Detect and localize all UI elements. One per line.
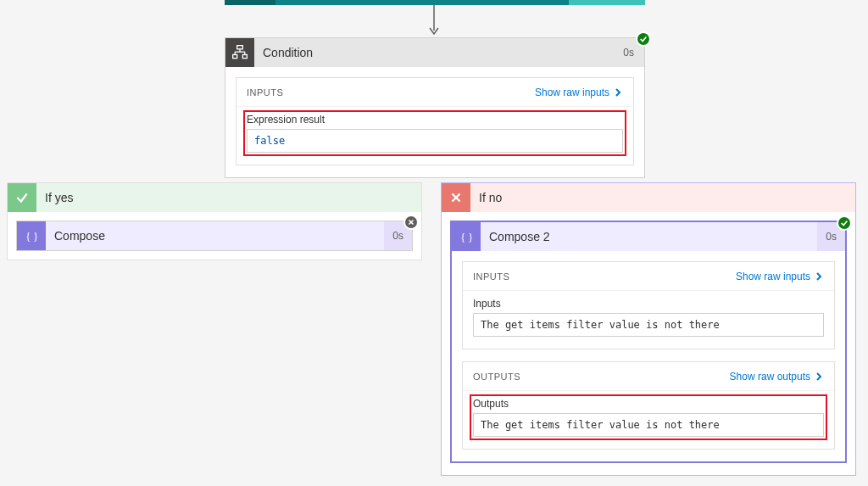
compose2-inputs-header: INPUTS Show raw inputs [463,262,834,291]
svg-rect-6 [233,55,237,59]
compose2-outputs-header: OUTPUTS Show raw outputs [463,362,834,391]
show-raw-outputs-link[interactable]: Show raw outputs [730,371,824,383]
progress-segment [225,0,275,5]
condition-header[interactable]: Condition 0s [225,38,644,67]
show-raw-outputs-text: Show raw outputs [730,371,810,383]
progress-segment [569,0,645,5]
inputs-label: INPUTS [473,271,509,282]
expression-result-value: false [247,129,623,153]
chevron-right-icon [814,371,824,382]
show-raw-inputs-text: Show raw inputs [535,87,609,98]
compose-title: Compose [46,229,105,243]
expression-result-block: Expression result false [247,114,623,153]
show-raw-inputs-link[interactable]: Show raw inputs [535,87,623,98]
compose2-header[interactable]: { } Compose 2 0s [452,222,845,251]
condition-title: Condition [254,46,313,59]
compose2-card[interactable]: { } Compose 2 0s INPUTS Show raw inputs … [450,221,847,463]
inputs-section: INPUTS Show raw inputs Expression result… [236,77,634,165]
if-yes-label: If yes [45,191,73,204]
inputs-field-label: Inputs [473,298,824,310]
check-icon [8,183,36,212]
show-raw-inputs-text: Show raw inputs [736,271,810,282]
compose-icon: { } [452,222,481,251]
compose-icon: { } [17,221,46,250]
svg-text:{ }: { } [25,231,38,243]
outputs-label: OUTPUTS [473,371,520,382]
compose2-outputs-section: OUTPUTS Show raw outputs Outputs The get… [462,361,835,450]
flow-arrow-down-icon [427,5,441,37]
condition-duration: 0s [613,47,644,59]
expression-result-label: Expression result [247,114,623,126]
if-no-label: If no [479,191,502,204]
compose-card[interactable]: { } Compose 0s [16,221,413,251]
if-no-branch[interactable]: If no { } Compose 2 0s INPUTS Show raw i… [441,182,856,476]
outputs-field-label: Outputs [473,398,824,410]
success-badge-icon [636,31,651,47]
compose2-title: Compose 2 [481,230,550,243]
chevron-right-icon [613,87,623,98]
svg-rect-7 [242,55,247,59]
inputs-label: INPUTS [247,87,283,98]
condition-card[interactable]: Condition 0s INPUTS Show raw inputs Expr… [225,37,645,178]
outputs-field: Outputs The get items filter value is no… [473,398,824,437]
if-no-header[interactable]: If no [442,183,855,212]
compose2-inputs-section: INPUTS Show raw inputs Inputs The get it… [462,261,835,349]
outputs-field-value: The get items filter value is not there [473,413,824,437]
compose-header[interactable]: { } Compose 0s [17,221,412,250]
chevron-right-icon [814,271,824,282]
condition-icon [225,38,254,67]
if-yes-header[interactable]: If yes [8,183,421,212]
close-icon [442,183,470,212]
skipped-badge-icon [403,215,419,230]
inputs-field-value: The get items filter value is not there [473,313,824,337]
if-yes-branch[interactable]: If yes { } Compose 0s [7,182,422,260]
inputs-header: INPUTS Show raw inputs [236,78,633,107]
svg-text:{ }: { } [460,232,473,243]
inputs-field: Inputs The get items filter value is not… [473,298,824,337]
success-badge-icon [837,215,852,231]
show-raw-inputs-link[interactable]: Show raw inputs [736,271,824,282]
svg-rect-1 [237,46,243,49]
